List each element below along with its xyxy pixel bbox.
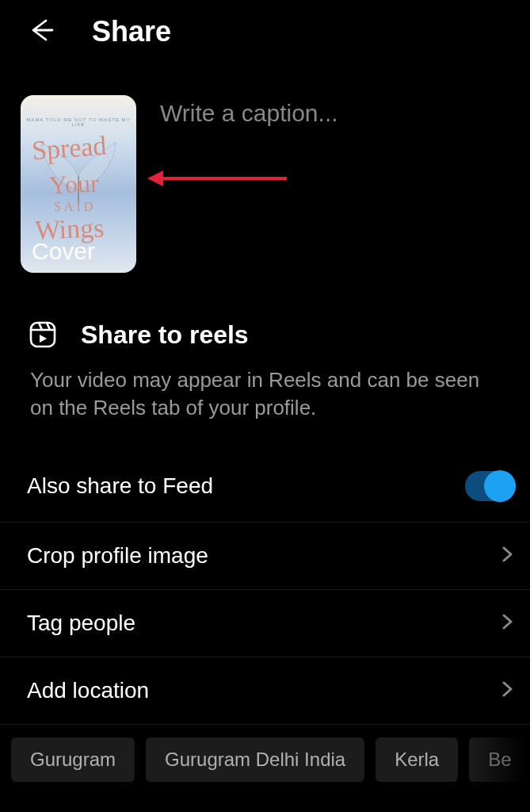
location-chip[interactable]: Be <box>469 737 530 782</box>
location-chip[interactable]: Kerla <box>376 737 458 782</box>
page-title: Share <box>92 15 171 48</box>
caption-input[interactable] <box>160 95 514 127</box>
cover-tiny-text: MAMA TOLD ME NOT TO WASTE MY LIFE <box>21 117 136 127</box>
cover-label: Cover <box>32 238 95 265</box>
reels-title: Share to reels <box>81 320 249 350</box>
cover-script-2: Your <box>48 168 99 200</box>
chevron-right-icon <box>498 543 516 569</box>
crop-profile-image-row[interactable]: Crop profile image <box>0 523 530 590</box>
toggle-knob <box>484 470 516 502</box>
share-to-feed-toggle[interactable] <box>465 471 516 501</box>
tag-people-label: Tag people <box>27 611 135 636</box>
back-arrow-icon <box>24 14 55 49</box>
crop-profile-image-label: Crop profile image <box>27 543 208 569</box>
cover-said: SAID <box>54 200 96 214</box>
location-chip[interactable]: Gurugram Delhi India <box>146 737 364 782</box>
chevron-right-icon <box>498 611 516 636</box>
cover-script-1: Spread <box>31 131 108 166</box>
add-location-row[interactable]: Add location <box>0 657 530 725</box>
svg-marker-1 <box>147 170 163 186</box>
share-to-feed-row[interactable]: Also share to Feed <box>0 450 530 523</box>
location-chips[interactable]: Gurugram Gurugram Delhi India Kerla Be <box>0 725 530 782</box>
back-button[interactable] <box>22 14 57 49</box>
header: Share <box>0 0 530 63</box>
reels-header: Share to reels <box>27 319 514 350</box>
cover-thumbnail[interactable]: MAMA TOLD ME NOT TO WASTE MY LIFE Spread… <box>21 95 136 273</box>
svg-rect-2 <box>31 323 55 347</box>
share-to-feed-label: Also share to Feed <box>27 473 213 499</box>
annotation-arrow-icon <box>146 167 288 193</box>
location-chip[interactable]: Gurugram <box>11 737 135 782</box>
add-location-label: Add location <box>27 678 149 703</box>
chevron-right-icon <box>498 678 516 703</box>
tag-people-row[interactable]: Tag people <box>0 590 530 657</box>
caption-section: MAMA TOLD ME NOT TO WASTE MY LIFE Spread… <box>0 63 530 289</box>
reels-section: Share to reels Your video may appear in … <box>0 319 530 422</box>
reels-description: Your video may appear in Reels and can b… <box>27 366 514 422</box>
reels-icon <box>27 319 59 350</box>
